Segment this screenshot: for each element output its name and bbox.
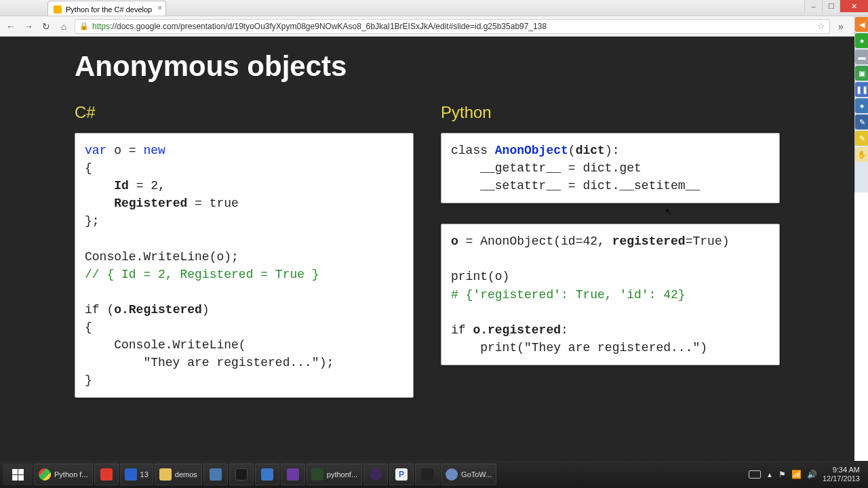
paint-icon [210, 468, 222, 481]
minimize-button[interactable]: – [804, 0, 822, 12]
gotowebinar-icon [446, 468, 458, 481]
start-button[interactable] [3, 464, 33, 485]
clock-time: 9:34 AM [823, 466, 860, 474]
visualstudio-icon [287, 468, 299, 481]
taskbar-paint[interactable] [203, 464, 228, 485]
bookmark-icon[interactable]: ☆ [817, 21, 825, 31]
screen-icon[interactable]: ▬ [855, 49, 868, 64]
taskbar-gotowebinar[interactable]: GoToW... [441, 464, 496, 485]
taskbar-gmail[interactable] [94, 464, 119, 485]
eclipse-icon [370, 468, 382, 481]
back-button[interactable]: ← [4, 20, 18, 33]
gotowebinar-panel: ◀ ● ▬ ▣ ❚❚ ● ✎ ✎ ✋ [854, 16, 868, 192]
taskbar-cmd[interactable] [415, 464, 439, 485]
windows-icon [12, 469, 24, 481]
url-text: https://docs.google.com/presentation/d/1… [92, 22, 814, 31]
cmd-icon [421, 468, 433, 481]
clock[interactable]: 9:34 AM 12/17/2013 [823, 466, 860, 483]
taskbar-chrome[interactable]: Python f... [34, 464, 93, 485]
python-code-usage: o = AnonObject(id=42, registered=True) p… [441, 224, 780, 365]
calendar-icon [125, 468, 137, 481]
reload-button[interactable]: ↻ [39, 20, 53, 33]
lock-icon: 🔒 [79, 22, 89, 30]
slide-content: Anonymous objects C# var o = new { Id = … [54, 50, 800, 439]
volume-icon[interactable]: 🔊 [807, 470, 817, 479]
system-tray: ▲ ⚑ 📶 🔊 9:34 AM 12/17/2013 [749, 466, 865, 483]
overflow-icon[interactable]: » [834, 20, 848, 33]
maximize-button[interactable]: ☐ [822, 0, 840, 12]
mouse-cursor: ↖ [665, 206, 673, 217]
taskbar-explorer[interactable]: demos [155, 464, 202, 485]
taskbar-pycharm[interactable]: pythonf... [307, 464, 362, 485]
panel-expand-icon[interactable]: ◀ [855, 17, 868, 32]
mic-icon[interactable]: ● [855, 33, 868, 48]
taskbar-calendar[interactable]: 13 [120, 464, 153, 485]
gmail-icon [100, 468, 113, 481]
taskbar-terminal[interactable] [229, 464, 254, 485]
taskbar-visualstudio[interactable] [281, 464, 305, 485]
python-heading: Python [441, 103, 780, 122]
slide-title: Anonymous objects [75, 50, 780, 83]
p-icon: P [395, 468, 408, 481]
draw-icon[interactable]: ✎ [855, 115, 868, 129]
folder-icon [159, 468, 172, 481]
taskbar-kite[interactable] [255, 464, 279, 485]
taskbar: Python f... 13 demos pythonf... P GoToW.… [0, 461, 868, 488]
keyboard-icon[interactable] [749, 470, 761, 479]
pycharm-icon [311, 468, 323, 481]
chrome-icon [39, 468, 51, 481]
taskbar-p[interactable]: P [389, 464, 414, 485]
kite-icon [261, 468, 273, 481]
taskbar-eclipse[interactable] [363, 464, 388, 485]
clock-date: 12/17/2013 [823, 474, 860, 483]
pause-icon[interactable]: ❚❚ [855, 82, 868, 97]
forward-button[interactable]: → [22, 20, 35, 33]
python-code-class: class AnonObject(dict): __getattr__ = di… [441, 133, 780, 203]
webcam-icon[interactable]: ● [855, 98, 868, 113]
address-bar[interactable]: 🔒 https://docs.google.com/presentation/d… [75, 19, 830, 34]
browser-toolbar: ← → ↻ ⌂ 🔒 https://docs.google.com/presen… [0, 16, 868, 37]
home-button[interactable]: ⌂ [57, 20, 71, 33]
hand-icon[interactable]: ✋ [855, 147, 868, 162]
terminal-icon [235, 468, 248, 481]
window-controls: – ☐ ✕ [804, 0, 868, 12]
browser-titlebar: Python for the C# develop × – ☐ ✕ [0, 0, 868, 16]
python-column: Python class AnonObject(dict): __getattr… [441, 103, 780, 418]
highlight-icon[interactable]: ✎ [855, 131, 868, 146]
share-icon[interactable]: ▣ [855, 66, 868, 81]
network-icon[interactable]: 📶 [791, 470, 802, 479]
csharp-heading: C# [75, 103, 414, 122]
slides-favicon [54, 5, 62, 14]
csharp-code: var o = new { Id = 2, Registered = true … [75, 133, 414, 398]
csharp-column: C# var o = new { Id = 2, Registered = tr… [75, 103, 414, 418]
tab-title: Python for the C# develop [66, 5, 152, 14]
close-window-button[interactable]: ✕ [840, 0, 868, 12]
presentation-viewport: Anonymous objects C# var o = new { Id = … [0, 37, 854, 461]
close-tab-icon[interactable]: × [157, 3, 162, 13]
action-center-icon[interactable]: ⚑ [778, 470, 786, 479]
tray-overflow-icon[interactable]: ▲ [766, 471, 773, 479]
browser-tab[interactable]: Python for the C# develop × [47, 1, 166, 16]
